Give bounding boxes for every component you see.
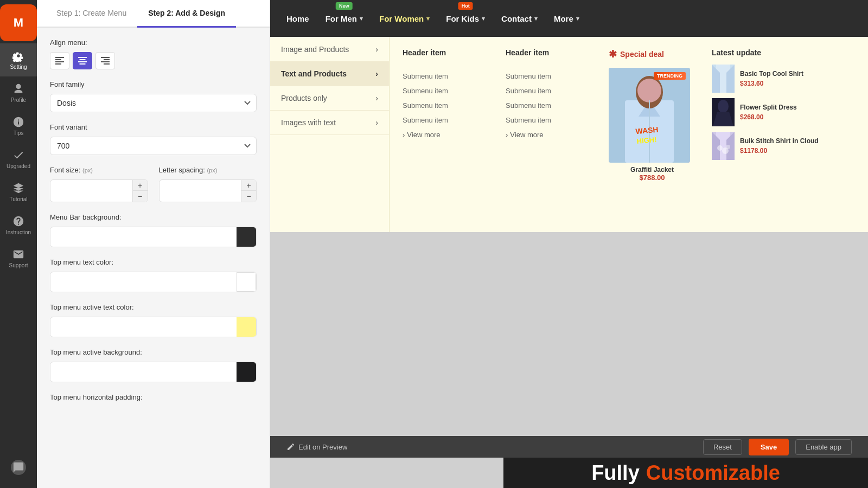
sidebar-setting-label: Setting (10, 64, 27, 70)
product-price-2: $1178.00 (740, 147, 819, 155)
top-menu-text-value[interactable]: #FFFFFF (50, 274, 237, 291)
nav-kids-chevron: ▾ (482, 15, 485, 22)
svg-rect-5 (80, 59, 86, 60)
menu-type-text-products-label: Text and Products (281, 69, 347, 78)
step1-tab[interactable]: Step 1: Create Menu (46, 0, 137, 28)
sidebar-item-support[interactable]: Support (0, 242, 37, 275)
product-name-0: Basic Top Cool Shirt (740, 70, 803, 79)
sidebar: M Setting Profile Tips Upgraded Tutorial… (0, 0, 37, 488)
menu-col2-header: Header item (506, 48, 592, 61)
menu-type-images-text-label: Images with text (281, 118, 336, 127)
product-thumb-shirt (712, 65, 735, 93)
gear-icon (12, 50, 24, 62)
special-deal-header: ✱ Special deal (609, 48, 695, 60)
font-size-increment[interactable]: + (132, 180, 148, 191)
product-item-1: Flower Split Dress $268.00 (712, 98, 820, 126)
cloud-shirt-image (712, 132, 735, 160)
menu-col2-sub1[interactable]: Submenu item (506, 69, 592, 84)
top-menu-text-swatch[interactable] (237, 272, 256, 292)
menu-col2-view-more[interactable]: › View more (506, 131, 592, 139)
letter-spacing-increment[interactable]: + (241, 180, 256, 191)
preview-area: Home New For Men ▾ For Women ▾ Hot For K… (270, 0, 868, 488)
align-center-button[interactable] (73, 52, 92, 69)
font-size-decrement[interactable]: − (132, 191, 148, 202)
font-variant-select[interactable]: 700 (50, 137, 257, 155)
menu-bar-bg-swatch[interactable] (237, 227, 256, 247)
menu-col1-sub3[interactable]: Submenu item (403, 98, 489, 113)
special-deal-label: Special deal (620, 50, 664, 59)
svg-point-16 (637, 79, 661, 102)
font-size-steppers: + − (132, 180, 148, 202)
menu-col2-sub4[interactable]: Submenu item (506, 113, 592, 127)
letter-spacing-label: Letter spacing: (px) (159, 166, 257, 174)
font-family-select[interactable]: Dosis (50, 94, 257, 112)
enable-app-button[interactable]: Enable app (795, 439, 852, 455)
sidebar-item-profile[interactable]: Profile (0, 76, 37, 110)
product-thumb-cloud (712, 132, 735, 160)
menu-type-products-only[interactable]: Products only › (270, 86, 389, 111)
jacket-illustration: WASH HIGH! (609, 68, 690, 163)
save-button[interactable]: Save (749, 439, 789, 455)
align-right-button[interactable] (95, 52, 115, 69)
align-buttons (50, 52, 257, 69)
trending-image: TRENDING W (609, 68, 690, 163)
menu-type-image-products-chevron: › (375, 45, 378, 54)
sidebar-upgraded-label: Upgraded (7, 163, 30, 169)
top-menu-active-text-value[interactable]: #FFF58A (50, 319, 237, 336)
menu-col1-sub1[interactable]: Submenu item (403, 69, 489, 84)
menu-bar-bg-value[interactable]: #2D2D2D (50, 229, 237, 246)
menu-col1-view-more[interactable]: › View more (403, 131, 489, 139)
menu-type-images-text[interactable]: Images with text › (270, 111, 389, 135)
sidebar-tips-label: Tips (14, 130, 24, 136)
letter-spacing-input[interactable]: 1 (159, 182, 241, 200)
preview-right-actions: Reset Save Enable app (703, 439, 852, 455)
font-size-input[interactable]: 15 (50, 182, 132, 200)
menu-col1-sub2[interactable]: Submenu item (403, 84, 489, 98)
nav-item-home[interactable]: Home (286, 14, 309, 23)
menu-col2-sub2[interactable]: Submenu item (506, 84, 592, 98)
step2-tab[interactable]: Step 2: Add & Design (137, 0, 236, 28)
edit-icon (286, 442, 295, 451)
menu-col2-sub3[interactable]: Submenu item (506, 98, 592, 113)
nav-item-for-men[interactable]: New For Men ▾ (326, 14, 363, 23)
font-family-label: Font family (50, 80, 257, 88)
letter-spacing-decrement[interactable]: − (241, 191, 256, 202)
sidebar-item-tips[interactable]: Tips (0, 110, 37, 143)
nav-more-label: More (554, 14, 573, 23)
top-menu-active-text-swatch[interactable] (237, 317, 256, 337)
top-menu-active-bg-swatch[interactable] (237, 362, 256, 382)
mega-menu: Image and Products › Text and Products ›… (270, 37, 868, 232)
app-logo[interactable]: M (0, 4, 37, 41)
nav-item-for-kids[interactable]: Hot For Kids ▾ (446, 14, 485, 23)
menu-col1-header: Header item (403, 48, 489, 61)
product-name-2: Bulk Stitch Shirt in Cloud (740, 137, 819, 146)
menu-type-text-products[interactable]: Text and Products › (270, 62, 389, 86)
align-left-button[interactable] (50, 52, 69, 69)
sidebar-item-chat[interactable] (0, 453, 37, 481)
menu-col1-sub4[interactable]: Submenu item (403, 113, 489, 127)
product-info-0: Basic Top Cool Shirt $313.60 (740, 70, 803, 87)
menu-type-image-products[interactable]: Image and Products › (270, 37, 389, 62)
svg-rect-1 (55, 59, 61, 60)
sidebar-item-upgraded[interactable]: Upgraded (0, 143, 37, 176)
menu-bar-bg-group: Menu Bar background: #2D2D2D (50, 213, 257, 247)
edit-on-preview-button[interactable]: Edit on Preview (286, 442, 347, 451)
top-menu-active-bg-input-wrap: #1E1E1F (50, 362, 257, 382)
svg-rect-10 (101, 61, 110, 62)
nav-item-contact[interactable]: Contact ▾ (501, 14, 538, 23)
svg-rect-6 (78, 61, 87, 62)
nav-item-more[interactable]: More ▾ (554, 14, 579, 23)
top-menu-active-bg-value[interactable]: #1E1E1F (50, 364, 237, 381)
letter-spacing-input-wrap: 1 + − (159, 179, 257, 202)
nav-item-for-women[interactable]: For Women ▾ (379, 14, 430, 23)
sidebar-item-setting[interactable]: Setting (0, 43, 37, 76)
svg-rect-8 (101, 57, 110, 58)
sidebar-profile-label: Profile (11, 97, 26, 103)
sidebar-item-tutorial[interactable]: Tutorial (0, 176, 37, 209)
sidebar-item-instruction[interactable]: Instruction (0, 209, 37, 242)
preview-actions-bar: Edit on Preview Reset Save Enable app (270, 436, 868, 458)
reset-button[interactable]: Reset (703, 439, 742, 455)
check-icon (12, 149, 24, 161)
top-menu-active-text-group: Top menu active text color: #FFF58A (50, 303, 257, 337)
product-item-2: Bulk Stitch Shirt in Cloud $1178.00 (712, 132, 820, 160)
